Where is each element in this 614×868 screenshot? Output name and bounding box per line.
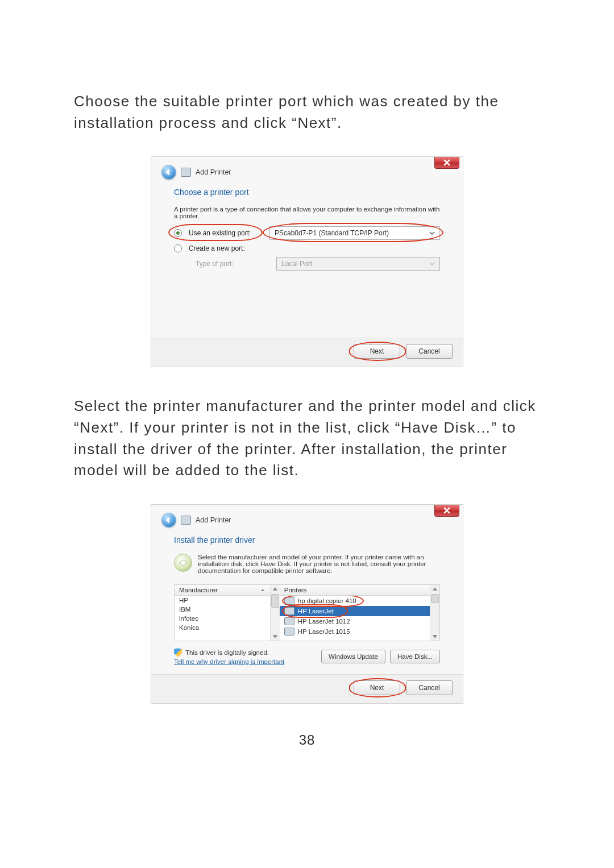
printers-header-label: Printers [284, 587, 307, 593]
manufacturer-header-label: Manufacturer [179, 587, 218, 593]
printer-icon [284, 597, 294, 605]
create-new-port-radio[interactable] [174, 244, 182, 252]
next-button[interactable]: Next [354, 680, 400, 695]
use-existing-port-label: Use an existing port: [189, 229, 263, 237]
sort-up-icon [260, 587, 265, 593]
list-item[interactable]: IBM [175, 605, 270, 614]
instruction-paragraph-2: Select the printer manufacturer and the … [74, 396, 540, 481]
list-item[interactable]: infotec [175, 614, 270, 623]
disc-icon [174, 554, 192, 572]
printers-scrollbar[interactable] [430, 585, 439, 641]
scroll-thumb[interactable] [431, 594, 439, 603]
page-number: 38 [74, 732, 540, 748]
use-existing-port-radio[interactable] [174, 229, 182, 237]
back-button[interactable] [161, 165, 176, 180]
chevron-down-icon [427, 259, 437, 269]
list-item[interactable]: HP LaserJet 1012 [280, 616, 430, 626]
add-printer-dialog-driver: Add Printer Install the printer driver S… [151, 504, 463, 704]
list-item[interactable]: HP [175, 596, 270, 605]
close-button[interactable] [434, 157, 459, 169]
close-button[interactable] [434, 505, 459, 517]
scroll-up-icon[interactable] [271, 585, 279, 593]
back-button[interactable] [161, 513, 176, 528]
manufacturer-printer-lists: Manufacturer HP IBM infotec Konica [174, 584, 440, 641]
printer-icon [284, 607, 294, 615]
cancel-button[interactable]: Cancel [406, 344, 453, 359]
list-item[interactable]: Konica [175, 623, 270, 632]
printers-list[interactable]: hp digital copier 410 HP LaserJet HP Las… [280, 596, 430, 641]
windows-update-button[interactable]: Windows Update [321, 650, 385, 663]
dialog-header: Add Printer [151, 505, 463, 533]
close-icon [443, 159, 450, 166]
manufacturer-list[interactable]: HP IBM infotec Konica [175, 596, 270, 641]
dialog-header: Add Printer [151, 157, 463, 185]
dialog-title: Add Printer [196, 516, 231, 524]
cancel-button[interactable]: Cancel [406, 680, 453, 695]
dialog-footer: Next Cancel [151, 338, 463, 367]
section-heading: Install the printer driver [174, 535, 440, 545]
shield-icon [174, 648, 182, 657]
dialog-title: Add Printer [196, 168, 231, 176]
dialog-footer: Next Cancel [151, 674, 463, 703]
existing-port-combo[interactable]: PScab0d7-P1 (Standard TCP/IP Port) [269, 226, 440, 240]
signed-driver-text: This driver is digitally signed. [185, 649, 269, 656]
printer-icon [284, 628, 294, 636]
chevron-down-icon [427, 228, 437, 238]
helper-text: Select the manufacturer and model of you… [198, 554, 440, 574]
scroll-down-icon[interactable] [271, 633, 279, 641]
manufacturer-scrollbar[interactable] [270, 585, 280, 641]
printer-icon [284, 617, 294, 625]
close-icon [443, 507, 450, 514]
type-of-port-label: Type of port: [188, 260, 269, 268]
create-new-port-label: Create a new port: [189, 244, 263, 252]
have-disk-button[interactable]: Have Disk... [390, 650, 440, 663]
manufacturer-header[interactable]: Manufacturer [175, 585, 270, 596]
helper-text: A printer port is a type of connection t… [174, 206, 440, 219]
type-of-port-combo: Local Port [276, 257, 440, 271]
printers-header[interactable]: Printers [280, 585, 430, 596]
list-item[interactable]: HP LaserJet 1015 [280, 626, 430, 637]
printer-icon [181, 516, 191, 525]
scroll-down-icon[interactable] [431, 633, 439, 641]
type-of-port-value: Local Port [281, 260, 312, 268]
add-printer-dialog-port: Add Printer Choose a printer port A prin… [151, 156, 463, 367]
why-signing-link[interactable]: Tell me why driver signing is important [174, 658, 284, 665]
printer-icon [181, 168, 191, 177]
scroll-thumb[interactable] [271, 594, 279, 608]
existing-port-value: PScab0d7-P1 (Standard TCP/IP Port) [275, 229, 389, 237]
section-heading: Choose a printer port [174, 188, 440, 197]
instruction-paragraph-1: Choose the suitable printer port which w… [74, 91, 540, 134]
next-button[interactable]: Next [354, 344, 400, 359]
scroll-up-icon[interactable] [431, 585, 439, 593]
list-item[interactable]: hp digital copier 410 [280, 596, 430, 606]
list-item-selected[interactable]: HP LaserJet [280, 606, 430, 616]
